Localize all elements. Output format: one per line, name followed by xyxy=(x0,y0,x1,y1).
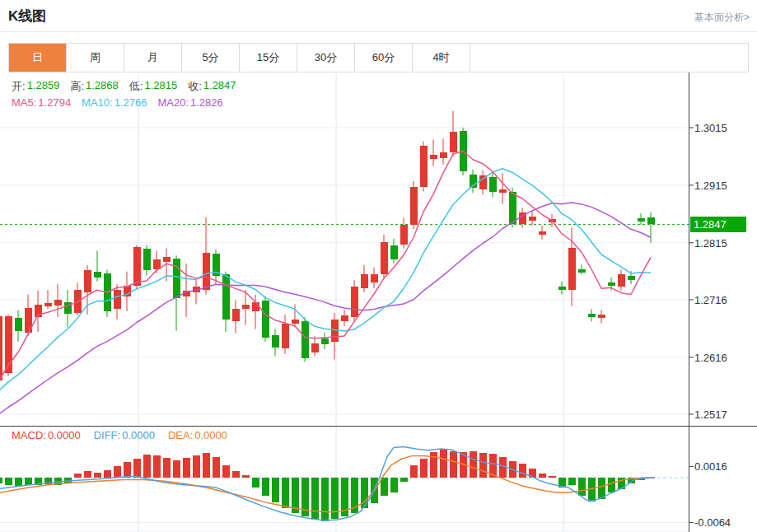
macd-bar xyxy=(133,459,141,478)
candle-body xyxy=(311,343,319,352)
macd-bar xyxy=(479,453,487,478)
price-tick-1.2616: 1.2616 xyxy=(694,352,727,364)
candle-body xyxy=(450,132,457,152)
macd-tick--0.0064: -0.0064 xyxy=(694,516,731,529)
macd-bar xyxy=(311,478,319,520)
candle-body xyxy=(638,218,645,222)
candle-body xyxy=(529,217,536,222)
price-tick-1.2915: 1.2915 xyxy=(694,180,727,192)
candle-body xyxy=(598,315,605,317)
macd-bar xyxy=(272,478,279,502)
candle-body xyxy=(222,274,230,320)
candle-body xyxy=(143,249,151,270)
macd-bar xyxy=(0,478,2,483)
macd-bar xyxy=(104,470,111,478)
candle-body xyxy=(381,242,388,274)
macd-bar xyxy=(114,466,121,478)
candle-body xyxy=(54,300,62,306)
macd-bar xyxy=(242,475,250,478)
candle-body xyxy=(558,287,566,290)
macd-bar xyxy=(519,464,526,478)
macd-bar xyxy=(450,451,457,478)
macd-bar xyxy=(15,478,22,486)
candle-body xyxy=(618,274,625,287)
macd-bar xyxy=(282,478,289,508)
candle-body xyxy=(114,290,121,309)
candle-body xyxy=(0,316,2,381)
macd-bar xyxy=(203,453,210,478)
macd-bar xyxy=(470,451,477,478)
price-tick-1.3015: 1.3015 xyxy=(694,122,727,134)
candle-body xyxy=(568,248,576,290)
macd-bar xyxy=(390,478,398,492)
ma5-label: MA5: xyxy=(12,96,36,109)
candle-body xyxy=(608,282,615,286)
candle-body xyxy=(489,177,497,191)
macd-bar xyxy=(94,473,101,478)
candle-body xyxy=(203,253,210,290)
diff-value: 0.0000 xyxy=(122,429,155,441)
macd-bar xyxy=(549,476,556,478)
high-label: 高: xyxy=(70,79,84,94)
macd-bar xyxy=(213,457,220,478)
ma10-value: 1.2766 xyxy=(114,96,147,109)
high-value: 1.2868 xyxy=(86,79,119,94)
kline-page: K线图 基本面分析> 日 周 月 5分 15分 30分 60分 4时 开:1.2… xyxy=(0,0,757,532)
candle-body xyxy=(430,155,437,159)
macd-bar xyxy=(173,460,180,478)
macd-bar xyxy=(74,474,82,478)
ohlc-row: 开:1.2859 高:1.2868 低:1.2815 收:1.2847 xyxy=(12,79,236,94)
macd-bar xyxy=(440,449,447,478)
candle-body xyxy=(44,303,52,306)
candle-body xyxy=(341,315,348,321)
macd-bar xyxy=(262,478,269,496)
candle-body xyxy=(301,321,309,358)
candle-body xyxy=(252,302,259,311)
candle-body xyxy=(588,314,596,317)
macd-bar xyxy=(539,474,546,478)
candle-body xyxy=(272,335,279,348)
candle-body xyxy=(173,259,180,298)
candle-body xyxy=(232,309,240,321)
close-value: 1.2847 xyxy=(203,79,236,94)
macd-bar xyxy=(124,462,131,478)
dea-label: DEA: xyxy=(168,429,193,441)
low-value: 1.2815 xyxy=(144,79,177,94)
open-label: 开: xyxy=(12,79,26,94)
macd-bar xyxy=(5,478,12,485)
candle-body xyxy=(410,187,418,225)
macd-tick-0.0016: 0.0016 xyxy=(694,460,727,473)
ma20-label: MA20: xyxy=(157,96,189,109)
macd-bar xyxy=(232,471,240,478)
macd-bar xyxy=(153,455,161,478)
macd-bar xyxy=(331,478,339,519)
candle-body xyxy=(282,324,289,348)
macd-bar xyxy=(578,478,586,496)
candle-body xyxy=(133,247,141,287)
candle-body xyxy=(509,192,516,224)
close-label: 收: xyxy=(188,79,202,94)
open-value: 1.2859 xyxy=(27,79,60,94)
candle-body xyxy=(351,287,358,317)
macd-bar xyxy=(143,455,151,478)
candle-body xyxy=(361,274,368,288)
macd-bar xyxy=(568,478,576,485)
macd-bar xyxy=(499,457,507,478)
ma20-value: 1.2826 xyxy=(190,96,223,109)
last-price-tag: 1.2847 xyxy=(690,217,746,232)
macd-bar xyxy=(25,478,32,485)
candle-body xyxy=(15,318,22,331)
price-tick-1.2716: 1.2716 xyxy=(694,294,727,306)
candle-body xyxy=(163,257,171,262)
candle-body xyxy=(84,270,91,292)
candle-body xyxy=(371,274,378,282)
macd-value: 0.0000 xyxy=(48,429,81,441)
macd-bar xyxy=(183,458,190,478)
macd-bar xyxy=(400,478,408,482)
macd-row: MACD:0.0000 DIFF:0.0000 DEA:0.0000 xyxy=(12,429,227,441)
macd-bar xyxy=(222,465,230,478)
candle-body xyxy=(262,301,269,338)
candle-body xyxy=(400,225,408,245)
price-tick-1.2815: 1.2815 xyxy=(694,237,727,250)
candle-body xyxy=(390,245,398,259)
